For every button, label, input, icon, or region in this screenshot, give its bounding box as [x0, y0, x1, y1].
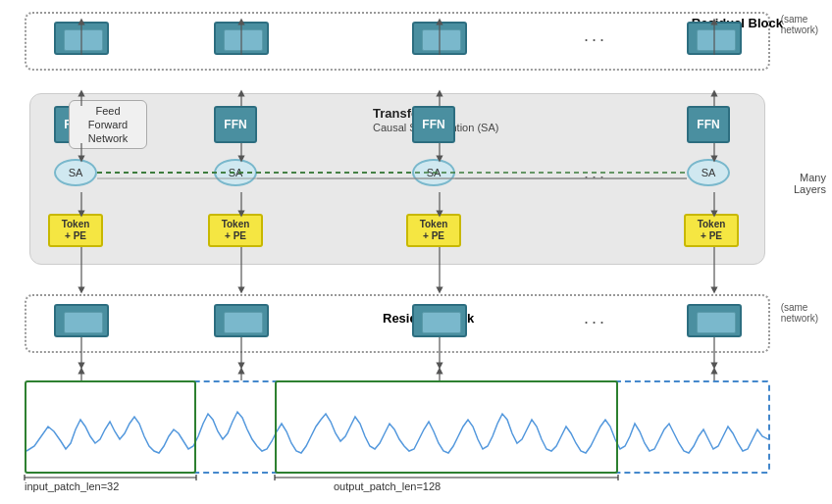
- output-patch-label: output_patch_len=128: [334, 480, 441, 492]
- sa-oval-2: SA: [214, 159, 257, 186]
- transformer-dots: ...: [584, 163, 607, 183]
- top-res-box-1: [54, 22, 109, 55]
- top-res-box-4: [687, 22, 742, 55]
- sa-oval-1: SA: [54, 159, 97, 186]
- token-box-1: Token+ PE: [48, 214, 103, 247]
- token-box-3: Token+ PE: [406, 214, 461, 247]
- time-series-chart: [25, 380, 770, 474]
- sa-oval-4: SA: [687, 159, 730, 186]
- svg-rect-0: [26, 382, 770, 474]
- bottom-dots: ...: [584, 308, 607, 328]
- token-box-4: Token+ PE: [684, 214, 739, 247]
- top-res-box-2: [214, 22, 269, 55]
- bottom-res-box-3: [412, 304, 467, 337]
- bottom-same-network-label: (samenetwork): [781, 302, 818, 324]
- top-residual-border: [25, 12, 770, 71]
- bottom-res-box-2: [214, 304, 269, 337]
- top-res-box-3: [412, 22, 467, 55]
- sa-oval-3: SA: [412, 159, 455, 186]
- ffn-box-4: FFN: [687, 106, 730, 143]
- main-container: { "title": "Neural Network Architecture …: [0, 0, 832, 504]
- many-layers-label: ManyLayers: [794, 172, 826, 195]
- top-dots: ...: [584, 25, 607, 46]
- input-patch-label: input_patch_len=32: [25, 480, 119, 492]
- ffn-box-3: FFN: [412, 106, 455, 143]
- ffn-box-2: FFN: [214, 106, 257, 143]
- bottom-res-box-4: [687, 304, 742, 337]
- bottom-res-box-1: [54, 304, 109, 337]
- top-same-network-label: (samenetwork): [781, 14, 818, 35]
- token-box-2: Token+ PE: [208, 214, 263, 247]
- ffn-label-box: FeedForwardNetwork: [69, 100, 147, 149]
